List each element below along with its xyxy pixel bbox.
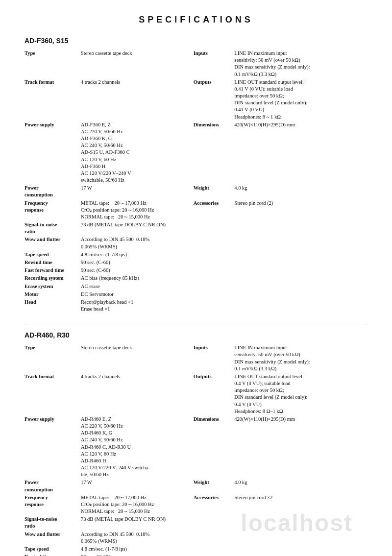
spec-value: DC Servomotor — [81, 290, 183, 298]
spec-value: 4 tracks 2 channels — [81, 373, 183, 415]
spec-value: 420(W)×110(H)×295(D) mm — [234, 121, 368, 185]
spec-value: 90 sec. (C-60) — [81, 266, 183, 274]
section2-specs-table: TypeStereo cassette tape deckInputsLINE … — [24, 344, 368, 556]
spec-label: Accessories — [194, 494, 235, 516]
spec-label: Accessories — [194, 199, 235, 221]
spec-value: AD-R460 E, Z AC 220 V, 50/60 Hz AD-R460 … — [81, 415, 183, 479]
spec-value: Stereo pin cord ×2 — [234, 494, 368, 516]
spec-value: 73 dB (METAL tape DOLBY C NR ON) — [81, 221, 183, 236]
spec-label: Track format — [24, 78, 81, 121]
spec-value: Record/playback head ×1 Erase head ×1 — [81, 298, 183, 313]
spec-value: According to DIN 45 500 0.18% 0.065% (WR… — [81, 236, 183, 250]
spec-value: 4 tracks 2 channels — [81, 78, 183, 121]
spec-label: Outputs — [194, 373, 235, 415]
spec-value: Stereo cassette tape deck — [81, 344, 183, 373]
spec-value: METAL tape: 20～17,000 Hz CrO₂ position t… — [81, 494, 183, 516]
spec-label: Power supply — [24, 121, 81, 185]
spec-label: Frequency response — [24, 199, 81, 221]
spec-label: Outputs — [194, 78, 235, 121]
spec-label: Erase system — [24, 283, 81, 290]
spec-label: Rewind time — [24, 553, 81, 556]
spec-label: Signal-to-noise ratio — [24, 515, 81, 530]
spec-value: AC erase — [81, 283, 183, 290]
spec-value: 4.8 cm/sec. (1-7/8 ips) — [81, 251, 183, 259]
section-adr460: AD-R460, R30 TypeStereo cassette tape de… — [24, 331, 368, 556]
spec-value: LINE IN maximum input sensitivity: 50 mV… — [234, 49, 368, 78]
spec-value: 17 W — [81, 479, 183, 493]
spec-label: Type — [24, 49, 81, 78]
spec-label: Wow and flutter — [24, 236, 81, 250]
spec-label: Inputs — [194, 344, 235, 373]
spec-label: Tape speed — [24, 545, 81, 553]
spec-value: 90 sec. (C-60) — [81, 553, 183, 556]
spec-value: Stereo pin cord (2) — [234, 199, 368, 221]
spec-label: Frequency response — [24, 494, 81, 516]
spec-label: Head — [24, 298, 81, 313]
spec-value: AD-F360 E, Z AC 220 V, 50/60 Hz AD-F360 … — [81, 121, 183, 185]
spec-label: Dimensions — [194, 121, 235, 185]
spec-value: Stereo cassette tape deck — [81, 49, 183, 78]
spec-label: Type — [24, 344, 81, 373]
section2-title: AD-R460, R30 — [24, 331, 368, 339]
spec-value: LINE OUT standard output level: 0.41 V (… — [234, 78, 368, 121]
spec-value: 420(W)×110(H)×295(D) mm — [234, 415, 368, 479]
spec-label: Power supply — [24, 415, 81, 479]
spec-value: 17 W — [81, 184, 183, 199]
spec-label: Track format — [24, 373, 81, 415]
spec-value: 4.0 kg — [234, 479, 368, 493]
spec-label: Weight — [194, 479, 235, 493]
spec-value: According to DIN 45 500 0.18% 0.065% (WR… — [81, 531, 183, 545]
spec-label: Tape speed — [24, 251, 81, 259]
spec-label: Wow and flutter — [24, 531, 81, 545]
spec-label: Signal-to-noise ratio — [24, 221, 81, 236]
spec-label: Inputs — [194, 49, 235, 78]
spec-value: LINE IN maximum input sensitivity: 50 mV… — [234, 344, 368, 373]
spec-label: Weight — [194, 184, 235, 199]
spec-value: AC bias (frequency 85 kHz) — [81, 274, 183, 282]
spec-value: 90 sec. (C-60) — [81, 259, 183, 266]
spec-value: 4.8 cm/sec. (1-7/8 ips) — [81, 545, 183, 553]
page-title: SPECIFICATIONS — [24, 15, 368, 25]
spec-label: Fast forward time — [24, 266, 81, 274]
spec-label: Recording system — [24, 274, 81, 282]
spec-label: Motor — [24, 290, 81, 298]
section1-title: AD-F360, S15 — [24, 37, 368, 45]
spec-label: Power consumption — [24, 184, 81, 199]
spec-value: LINE OUT standard output level: 0.4 V (0… — [234, 373, 368, 415]
spec-label: Power consumption — [24, 479, 81, 493]
section-adf360: AD-F360, S15 TypeStereo cassette tape de… — [24, 37, 368, 313]
spec-value: 73 dB (METAL tape DOLBY C NR ON) — [81, 515, 183, 530]
spec-value: METAL tape: 20～17,000 Hz CrO₂ position t… — [81, 199, 183, 221]
spec-value: 4.0 kg — [234, 184, 368, 199]
spec-label: Rewind time — [24, 259, 81, 266]
section1-specs-table: TypeStereo cassette tape deckInputsLINE … — [24, 49, 368, 313]
spec-label: Dimensions — [194, 415, 235, 479]
